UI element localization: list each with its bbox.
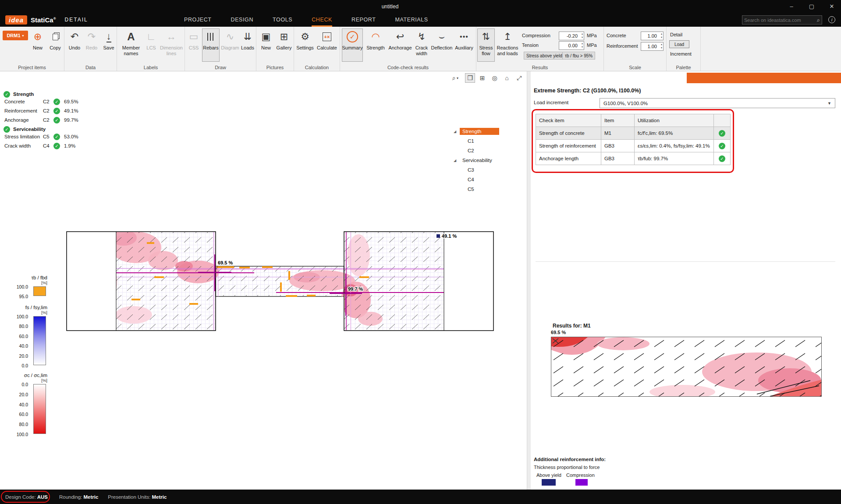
new-picture-button[interactable]: ▣ New	[258, 28, 274, 62]
calculator-icon: +×	[323, 29, 331, 45]
tree-item-c3[interactable]: C3	[454, 165, 499, 175]
presentation-units-status[interactable]: Presentation Units:Metric	[108, 494, 167, 500]
tree-item-serviceability[interactable]: ◢ Serviceability	[454, 155, 499, 165]
gallery-button[interactable]: ⊞ Gallery	[275, 28, 293, 62]
dimension-icon: ↔	[167, 29, 176, 45]
menu-project[interactable]: PROJECT	[184, 13, 212, 27]
legend-concrete-gradient: 0.0 20.0 40.0 60.0 80.0 100.0	[33, 384, 46, 434]
rebars-button[interactable]: Rebars	[202, 28, 220, 62]
tree-item-c1[interactable]: C1	[454, 136, 499, 146]
diagram-button[interactable]: ∿ Diagram	[220, 28, 240, 62]
project-item-selector[interactable]: DRM1▾	[3, 31, 28, 40]
registered-mark: ®	[53, 17, 56, 21]
visibility-button[interactable]: ◎	[490, 73, 500, 83]
menu-tools[interactable]: TOOLS	[273, 13, 292, 27]
reinforcement-scale-input[interactable]: 1.00 ▴▾	[641, 42, 664, 51]
menu-design[interactable]: DESIGN	[231, 13, 254, 27]
rounding-status[interactable]: Rounding:Metric	[59, 494, 98, 500]
member-names-button[interactable]: A Member names	[118, 28, 144, 62]
search-icon[interactable]: ⌕	[817, 17, 820, 24]
auxiliary-button[interactable]: ••• Auxiliary	[453, 28, 475, 62]
strength-button[interactable]: ◠ Strength	[365, 28, 386, 62]
expander-icon[interactable]: ◢	[454, 130, 460, 134]
summary-row-crack-width[interactable]: Crack widthC4 ✓ 1.9%	[4, 142, 96, 150]
menu-report[interactable]: REPORT	[351, 13, 376, 27]
table-header-row: Check item Item Utilization	[536, 114, 731, 127]
design-code-status[interactable]: Design Code:AUS	[5, 494, 48, 500]
check-ok-icon: ✓	[4, 91, 10, 98]
new-project-item-button[interactable]: ⊕ New	[29, 28, 46, 62]
ribbon-filler	[701, 27, 841, 71]
concrete-scale-input[interactable]: 1.00 ▴▾	[641, 32, 664, 40]
palette-increment-option[interactable]: Increment	[670, 51, 692, 56]
anchorage-button[interactable]: ↩ Anchorage	[390, 28, 411, 62]
copy-project-item-button[interactable]: Copy	[46, 28, 64, 62]
tension-input[interactable]: 0.00 ▴▾	[559, 41, 584, 50]
member-result-plot[interactable]	[551, 337, 822, 397]
tree-item-c2[interactable]: C2	[454, 146, 499, 155]
info-icon[interactable]: i	[828, 16, 835, 23]
stress-flow-button[interactable]: ⇅ Stress flow	[477, 28, 495, 62]
menu-check[interactable]: CHECK	[312, 13, 332, 27]
new-document-icon: ⊕	[34, 29, 42, 45]
check-ok-icon: ✓	[53, 99, 60, 105]
table-row-concrete[interactable]: Strength of concrete M1 fc/f'c,lim: 69.5…	[536, 127, 731, 140]
loads-button[interactable]: ⇊ Loads	[239, 28, 256, 62]
summary-row-concrete[interactable]: ConcreteC2 ✓ 69.5%	[4, 98, 96, 106]
close-button[interactable]: ✕	[823, 0, 841, 13]
spinner-arrows-icon[interactable]: ▴▾	[661, 32, 662, 39]
home-view-button[interactable]: ⌂	[502, 73, 512, 83]
lcs-button[interactable]: ∟ LCS	[143, 28, 159, 62]
zoom-tool-button[interactable]: ⌕▾	[448, 73, 463, 83]
ellipsis-icon: •••	[460, 29, 468, 45]
spinner-arrows-icon[interactable]: ▴▾	[661, 42, 662, 50]
palette-detail-option[interactable]: Detail	[670, 32, 682, 37]
panel-separator	[536, 261, 835, 262]
css-button[interactable]: ▭ CSS	[186, 28, 202, 62]
summary-row-stress-limitation[interactable]: Stress limitationC5 ✓ 53.0%	[4, 133, 96, 141]
undo-button[interactable]: ↶ Undo	[66, 28, 83, 62]
table-row-reinforcement[interactable]: Strength of reinforcement GB3 εs/εs,lim:…	[536, 140, 731, 152]
search-box[interactable]: ⌕	[742, 15, 822, 25]
tree-item-strength[interactable]: ◢ Strength	[454, 127, 499, 136]
summary-row-anchorage[interactable]: AnchorageC2 ✓ 99.7%	[4, 116, 96, 124]
bond-ratio-toggle[interactable]: τb / fbu > 95%	[562, 52, 595, 60]
compression-label: Compression	[522, 33, 550, 38]
check-ok-icon: ✓	[719, 155, 725, 162]
settings-button[interactable]: ⚙ Settings	[295, 28, 315, 62]
calculate-button[interactable]: +× Calculate	[315, 28, 339, 62]
copy-view-button[interactable]: ⊞	[477, 73, 487, 83]
spinner-arrows-icon[interactable]: ▴▾	[582, 32, 583, 39]
table-row-anchorage[interactable]: Anchorage length GB3 τb/fub: 99.7% ✓	[536, 152, 731, 165]
search-input[interactable]	[744, 18, 817, 23]
save-button[interactable]: ↓ Save	[100, 28, 117, 62]
fit-to-screen-button[interactable]: ⤢	[514, 73, 524, 83]
summary-row-reinforcement[interactable]: ReinforcementC2 ✓ 49.1%	[4, 107, 96, 115]
spinner-arrows-icon[interactable]: ▴▾	[582, 42, 583, 49]
tree-item-c5[interactable]: C5	[454, 184, 499, 194]
minimize-button[interactable]: –	[783, 0, 800, 13]
undo-icon: ↶	[71, 29, 78, 45]
redo-button[interactable]: ↷ Redo	[83, 28, 100, 62]
deflection-button[interactable]: ⌣ Deflection	[431, 28, 453, 62]
tree-item-c4[interactable]: C4	[454, 175, 499, 184]
compression-input[interactable]: -0.20 ▴▾	[559, 32, 584, 40]
chevron-down-icon: ▾	[22, 34, 24, 38]
summary-check-icon: ✓	[347, 29, 358, 45]
menu-materials[interactable]: MATERIALS	[395, 13, 428, 27]
crack-width-button[interactable]: ↯ Crack width	[411, 28, 432, 62]
ribbon-group-draw: ▭ CSS Rebars ∿ Diagram ⇊ Loads Draw	[185, 27, 256, 71]
palette-load-option[interactable]: Load	[669, 40, 689, 48]
reactions-loads-button[interactable]: ↥ Reactions and loads	[495, 28, 520, 62]
expander-icon[interactable]: ◢	[454, 159, 460, 162]
legend-steel-stress: fs / fsy,lim [%] 100.0 80.0 60.0 40.0 20…	[16, 305, 64, 365]
summary-button[interactable]: ✓ Summary	[342, 28, 363, 62]
axonometry-view-button[interactable]: ❒	[465, 73, 475, 83]
load-increment-select[interactable]: G100.0%, V100.0% ▼	[600, 98, 835, 108]
concrete-scale-label: Concrete	[607, 33, 626, 38]
compression-unit: MPa	[587, 33, 597, 38]
dimension-lines-button[interactable]: ↔ Dimension lines	[158, 28, 185, 62]
stress-above-yield-toggle[interactable]: Stress above yield	[524, 52, 565, 60]
chevron-down-icon: ▾	[457, 76, 458, 80]
maximize-button[interactable]: ▢	[803, 0, 820, 13]
